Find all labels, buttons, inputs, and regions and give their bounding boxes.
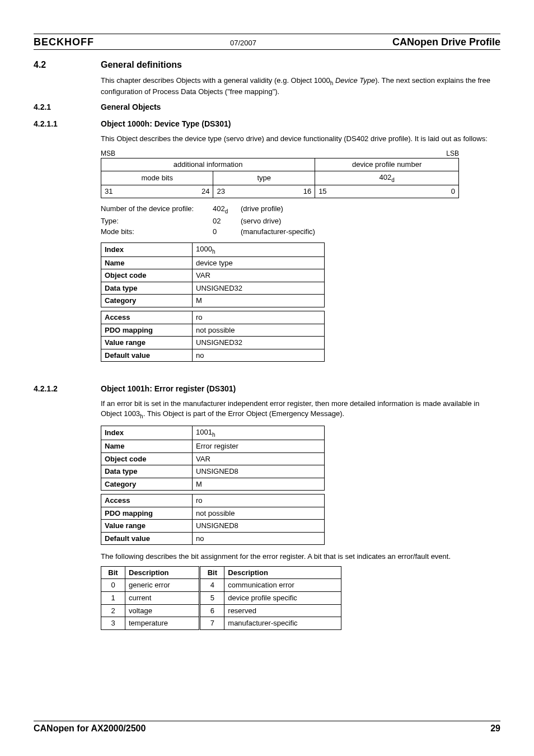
section-title: General definitions — [101, 60, 182, 70]
bit-range-15-0: 150 — [315, 185, 459, 198]
object-properties-table-1: Index1001h NameError register Object cod… — [101, 426, 325, 491]
bit-range-23-16: 2316 — [213, 185, 315, 198]
object-properties-table-2: Accessro PDO mappingnot possible Value r… — [101, 311, 325, 362]
doc-date: 07/2007 — [230, 39, 256, 47]
kv-key: Number of the device profile: — [101, 204, 213, 215]
cell-402d: 402d — [315, 171, 459, 185]
cell-type: type — [213, 171, 315, 185]
kv-val2: (drive profile) — [241, 204, 283, 215]
table-row: CategoryM — [101, 295, 325, 307]
footer-left: CANopen for AX2000/2500 — [34, 724, 146, 734]
subscript-h: h — [330, 80, 334, 86]
kv-val1: 0 — [213, 227, 241, 237]
intro-paragraph: This chapter describes Objects with a ge… — [101, 76, 500, 97]
table-row: Namedevice type — [101, 256, 325, 269]
doc-title: CANopen Drive Profile — [392, 36, 500, 48]
kv-row: Number of the device profile: 402d (driv… — [101, 204, 500, 215]
cell-additional-info: additional information — [101, 158, 315, 171]
table-row: 2voltage6reserved — [101, 604, 341, 617]
subsection-number: 4.2.1 — [34, 102, 101, 111]
italic-text: Device Type — [335, 76, 375, 85]
table-row: Accessro — [101, 494, 325, 507]
text: . This Object is part of the Error Objec… — [143, 409, 345, 418]
table-row: NameError register — [101, 440, 325, 452]
cell-device-profile-number: device profile number — [315, 158, 459, 171]
table-row: Default valueno — [101, 349, 325, 362]
paragraph: If an error bit is set in the manufactur… — [101, 399, 500, 420]
kv-val2: (servo drive) — [241, 216, 281, 226]
cell-mode-bits: mode bits — [101, 171, 213, 185]
msb-label: MSB — [101, 149, 115, 158]
bit-assignment-table: Bit Description Bit Description 0generic… — [101, 566, 341, 630]
page-footer: CANopen for AX2000/2500 29 — [34, 721, 500, 734]
lsb-label: LSB — [446, 149, 459, 158]
table-row: PDO mappingnot possible — [101, 324, 325, 337]
kv-row: Type: 02 (servo drive) — [101, 216, 500, 226]
table-row: Default valueno — [101, 532, 325, 545]
brand: BECKHOFF — [34, 36, 94, 48]
table-row: PDO mappingnot possible — [101, 507, 325, 520]
subsubsection-number: 4.2.1.2 — [34, 384, 101, 393]
paragraph: This Object describes the device type (s… — [101, 134, 500, 144]
text: This chapter describes Objects with a ge… — [101, 76, 330, 85]
kv-val2: (manufacturer-specific) — [241, 227, 315, 237]
bit-range-31-24: 3124 — [101, 185, 213, 198]
table-row: Object codeVAR — [101, 452, 325, 465]
table-row: Index1001h — [101, 426, 325, 440]
subsubsection-title: Object 1000h: Device Type (DS301) — [101, 119, 231, 128]
subsubsection-title: Object 1001h: Error register (DS301) — [101, 384, 236, 393]
bit-description-paragraph: The following describes the bit assignme… — [101, 552, 500, 562]
bit-layout-table: additional information device profile nu… — [101, 158, 459, 198]
table-row: Index1000h — [101, 242, 325, 256]
kv-row: Mode bits: 0 (manufacturer-specific) — [101, 227, 500, 237]
table-row: Data typeUNSIGNED32 — [101, 282, 325, 295]
kv-key: Type: — [101, 216, 213, 226]
kv-val1: 02 — [213, 216, 241, 226]
table-row: Accessro — [101, 311, 325, 324]
object-properties-table-1: Index1000h Namedevice type Object codeVA… — [101, 242, 325, 307]
page-header: BECKHOFF 07/2007 CANopen Drive Profile — [34, 36, 500, 48]
kv-key: Mode bits: — [101, 227, 213, 237]
col-description: Description — [125, 566, 200, 579]
page-number: 29 — [490, 724, 500, 734]
table-row: CategoryM — [101, 478, 325, 491]
table-header-row: Bit Description Bit Description — [101, 566, 341, 579]
subsubsection-number: 4.2.1.1 — [34, 119, 101, 128]
table-row: 1current5device profile specific — [101, 591, 341, 604]
object-properties-table-2: Accessro PDO mappingnot possible Value r… — [101, 494, 325, 545]
kv-val1: 402d — [213, 204, 241, 215]
col-bit: Bit — [200, 566, 224, 579]
table-row: 3temperature7manufacturer-specific — [101, 617, 341, 630]
section-number: 4.2 — [34, 60, 101, 70]
col-bit: Bit — [101, 566, 125, 579]
subsection-title: General Objects — [101, 102, 161, 111]
table-row: Object codeVAR — [101, 269, 325, 282]
col-description: Description — [224, 566, 341, 579]
table-row: Value rangeUNSIGNED32 — [101, 337, 325, 349]
table-row: Value rangeUNSIGNED8 — [101, 520, 325, 533]
table-row: 0generic error4communication error — [101, 579, 341, 592]
table-row: Data typeUNSIGNED8 — [101, 465, 325, 478]
